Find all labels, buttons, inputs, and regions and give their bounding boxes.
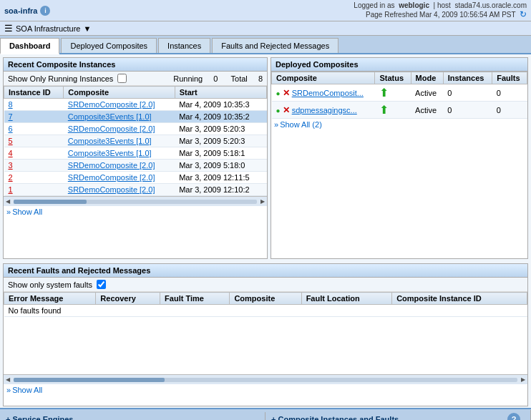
table-row: 5 Composite3Events [1.0] Mar 3, 2009 5:2…: [4, 135, 267, 147]
composite-link[interactable]: SRDemoComposite [2.0]: [68, 100, 155, 109]
table-row: 1 SRDemoComposite [2.0] Mar 3, 2009 12:1…: [4, 184, 267, 196]
instance-id-link[interactable]: 7: [9, 112, 13, 121]
col-status: Status: [375, 72, 411, 84]
composite-link[interactable]: Composite3Events [1.0]: [68, 112, 152, 121]
composite-cell: ● ✕ sdpmessagingsc...: [272, 102, 375, 119]
tab-dashboard[interactable]: Dashboard: [0, 38, 59, 54]
bottom-panel: Recent Faults and Rejected Messages Show…: [3, 263, 528, 406]
footer-right-label: + Composite Instances and Faults: [271, 415, 399, 420]
table-row: 6 SRDemoComposite [2.0] Mar 3, 2009 5:20…: [4, 123, 267, 135]
start-time: Mar 3, 2009 5:18:0: [175, 160, 266, 172]
start-time: Mar 3, 2009 12:11:5: [175, 172, 266, 184]
help-button[interactable]: ?: [507, 413, 520, 420]
faults-scrollbar[interactable]: ◀ ▶: [4, 374, 527, 384]
faults-scroll-track: [14, 378, 517, 382]
show-only-label: Show Only Running Instances: [8, 74, 113, 83]
faults-scroll-right[interactable]: ▶: [519, 376, 527, 383]
table-row: 3 SRDemoComposite [2.0] Mar 3, 2009 5:18…: [4, 160, 267, 172]
instance-id-link[interactable]: 3: [9, 161, 13, 170]
subheader-label: SOA Infrastructure: [16, 24, 80, 33]
table-row: 7 Composite3Events [1.0] Mar 4, 2009 10:…: [4, 111, 267, 123]
instance-id-link[interactable]: 4: [9, 149, 13, 157]
instance-id-link[interactable]: 2: [9, 173, 13, 182]
col-faults: Faults: [492, 72, 527, 84]
col-composite: Composite: [64, 87, 175, 99]
show-only-checkbox[interactable]: [117, 74, 127, 83]
instance-id-link[interactable]: 5: [9, 137, 13, 145]
col-fault-location: Fault Location: [301, 293, 392, 305]
total-value: 8: [258, 74, 263, 83]
col-recovery: Recovery: [96, 293, 160, 305]
running-label: Running: [173, 74, 203, 83]
faults-cell: 0: [492, 84, 527, 102]
scroll-track: [14, 200, 257, 204]
instances-cell: 0: [443, 84, 492, 102]
mode-cell: Active: [411, 84, 443, 102]
no-faults-row: No faults found: [4, 305, 527, 317]
faults-scroll-thumb: [14, 378, 165, 382]
composite-cell: ● ✕ SRDemoComposit...: [272, 84, 375, 102]
instance-id-link[interactable]: 6: [9, 124, 13, 133]
faults-scroll-left[interactable]: ◀: [4, 376, 12, 383]
composite-link[interactable]: SRDemoComposite [2.0]: [68, 185, 155, 194]
footer: + Service Engines + Composite Instances …: [0, 408, 531, 420]
composite-link[interactable]: SRDemoComposite [2.0]: [68, 124, 155, 133]
show-only-faults-checkbox[interactable]: [97, 280, 106, 289]
instances-table: Instance ID Composite Start 8 SRDemoComp…: [4, 86, 267, 196]
instance-id-link[interactable]: 1: [9, 185, 13, 194]
composite-link[interactable]: SRDemoComposite [2.0]: [68, 161, 155, 170]
tab-faults[interactable]: Faults and Rejected Messages: [212, 38, 338, 53]
faults-cell: 0: [492, 102, 527, 119]
info-icon[interactable]: i: [40, 6, 50, 16]
scroll-thumb: [14, 200, 87, 204]
tab-deployed-composites[interactable]: Deployed Composites: [61, 38, 157, 53]
scroll-right-btn[interactable]: ▶: [258, 198, 267, 205]
start-time: Mar 3, 2009 12:10:2: [175, 184, 266, 196]
right-panel-title: Deployed Composites: [271, 58, 527, 72]
start-time: Mar 3, 2009 5:20:3: [175, 135, 266, 147]
host-label: host: [437, 1, 451, 9]
col-error-msg: Error Message: [4, 293, 96, 305]
start-time: Mar 3, 2009 5:18:1: [175, 147, 266, 160]
left-panel-title: Recent Composite Instances: [4, 58, 267, 72]
col-instance-id: Instance ID: [4, 87, 64, 99]
start-time: Mar 3, 2009 5:20:3: [175, 123, 266, 135]
refresh-icon[interactable]: ↻: [520, 9, 527, 19]
table-row: 8 SRDemoComposite [2.0] Mar 4, 2009 10:3…: [4, 99, 267, 111]
show-all-faults[interactable]: » Show All: [4, 384, 527, 396]
composite-link[interactable]: Composite3Events [1.0]: [68, 137, 152, 145]
page-refreshed: Page Refreshed Mar 4, 2009 10:56:54 AM P…: [354, 9, 527, 19]
footer-service-engines[interactable]: + Service Engines: [0, 412, 266, 420]
footer-composite-instances[interactable]: + Composite Instances and Faults ?: [266, 410, 531, 420]
show-all-composites[interactable]: » Show All (2): [271, 119, 527, 130]
composite-link[interactable]: Composite3Events [1.0]: [68, 149, 152, 157]
scroll-left-btn[interactable]: ◀: [4, 198, 12, 205]
composite-name-link[interactable]: SRDemoComposit...: [292, 89, 364, 97]
col-instances: Instances: [443, 72, 492, 84]
status-cell: ⬆: [375, 102, 411, 119]
tab-instances[interactable]: Instances: [158, 38, 210, 53]
host-value: stada74.us.oracle.com: [454, 1, 527, 9]
composites-table: Composite Status Mode Instances Faults ●…: [271, 72, 527, 119]
col-mode: Mode: [411, 72, 443, 84]
faults-table: Error Message Recovery Fault Time Compos…: [4, 292, 527, 317]
footer-left-label: + Service Engines: [6, 415, 73, 420]
top-panels: Recent Composite Instances Show Only Run…: [0, 54, 531, 262]
faults-panel-title: Recent Faults and Rejected Messages: [4, 264, 527, 278]
running-value: 0: [213, 74, 218, 83]
composites-table-container: Composite Status Mode Instances Faults ●…: [271, 72, 527, 119]
instances-scrollbar[interactable]: ◀ ▶: [4, 196, 267, 206]
faults-controls: Show only system faults: [4, 278, 527, 292]
subheader-dropdown-icon[interactable]: ▼: [83, 24, 91, 33]
instance-id-link[interactable]: 8: [9, 100, 13, 109]
col-fault-time: Fault Time: [160, 293, 230, 305]
start-time: Mar 4, 2009 10:35:2: [175, 111, 266, 123]
subheader: ☰ SOA Infrastructure ▼: [0, 21, 531, 36]
col-composite-instance-id: Composite Instance ID: [392, 293, 527, 305]
table-row: 4 Composite3Events [1.0] Mar 3, 2009 5:1…: [4, 147, 267, 160]
show-all-instances[interactable]: » Show All: [4, 206, 267, 218]
composite-name-link[interactable]: sdpmessagingsc...: [292, 106, 357, 114]
app-name: soa-infra: [4, 6, 37, 15]
composite-link[interactable]: SRDemoComposite [2.0]: [68, 173, 155, 182]
username: weblogic: [399, 1, 429, 9]
